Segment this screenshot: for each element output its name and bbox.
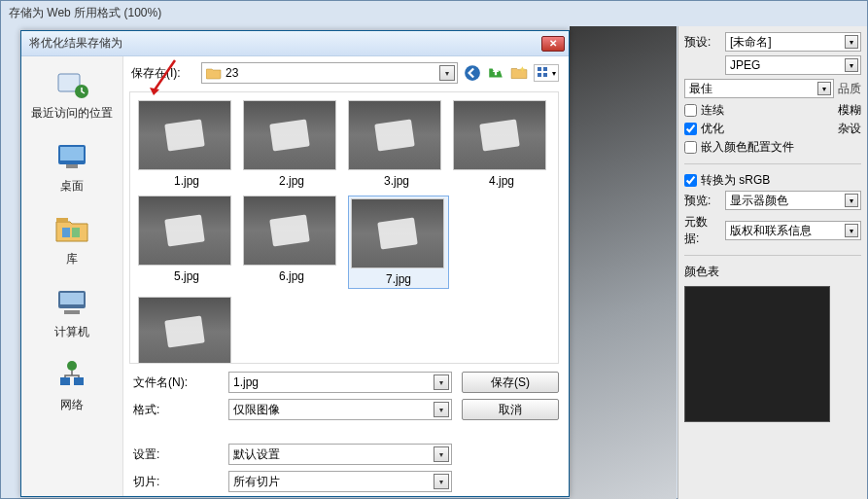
svg-rect-7 [72,228,80,237]
settings-value: 默认设置 [233,446,280,463]
chevron-down-icon[interactable]: ▾ [439,65,455,81]
svg-rect-13 [74,377,84,385]
chevron-down-icon[interactable]: ▾ [434,474,449,489]
svg-rect-6 [62,228,70,237]
svg-rect-12 [60,377,70,385]
save-in-label: 保存在(I): [129,65,195,82]
save-dialog: 将优化结果存储为 ✕ 最近访问的位置桌面库计算机网络 保存在(I): 23 ▾ [20,30,570,497]
place-network[interactable]: 网络 [28,356,116,413]
place-recent[interactable]: 最近访问的位置 [28,64,116,122]
file-thumbnail[interactable]: 2.jpg [243,100,340,188]
svg-rect-9 [60,293,84,304]
preset-combo[interactable]: [未命名] ▾ [725,32,861,52]
quality-combo[interactable]: 最佳 ▾ [684,79,834,98]
svg-rect-16 [543,67,547,71]
recent-icon [52,64,91,103]
metadata-combo[interactable]: 版权和联系信息 ▾ [725,221,861,240]
chevron-down-icon[interactable]: ▾ [434,446,449,462]
file-thumbnail[interactable]: 4.jpg [453,100,550,188]
thumbnail-image [348,100,441,170]
convert-srgb-checkbox[interactable]: 转换为 sRGB [684,172,861,189]
chevron-down-icon[interactable]: ▾ [817,82,831,95]
separator [684,163,861,164]
chevron-down-icon[interactable]: ▾ [845,35,858,49]
checkbox-icon[interactable] [684,174,697,187]
settings-combo[interactable]: 默认设置 ▾ [228,444,452,465]
file-thumbnail[interactable]: 3.jpg [348,100,445,188]
desktop-icon [52,137,91,176]
folder-toolbar: ▾ [464,64,559,82]
svg-rect-4 [66,164,78,168]
place-label: 桌面 [28,178,116,195]
filename-input[interactable]: 1.jpg ▾ [228,372,452,393]
svg-rect-3 [60,147,84,160]
folder-combo[interactable]: 23 ▾ [201,62,458,84]
place-libraries[interactable]: 库 [28,210,116,267]
format-combo-value: 仅限图像 [233,402,280,418]
blur-side-label: 模糊 [838,102,861,119]
up-icon[interactable] [487,64,504,82]
misc-side-label: 杂设 [838,121,861,137]
embed-profile-checkbox[interactable]: 嵌入颜色配置文件 [684,139,861,156]
thumbnail-image [138,196,231,266]
places-bar: 最近访问的位置桌面库计算机网络 [21,56,123,496]
file-thumbnail[interactable]: 6.jpg [243,196,340,289]
slices-label: 切片: [129,474,219,490]
file-list[interactable]: 1.jpg2.jpg3.jpg4.jpg5.jpg6.jpg7.jpg8.jpg [129,91,559,364]
libraries-icon [52,210,91,249]
view-menu-icon[interactable]: ▾ [534,64,559,82]
quality-value: 最佳 [689,81,712,97]
slices-combo[interactable]: 所有切片 ▾ [228,471,452,492]
chevron-down-icon[interactable]: ▾ [434,402,449,417]
svg-point-11 [67,361,77,371]
file-label: 5.jpg [138,269,235,283]
embed-profile-label: 嵌入颜色配置文件 [701,139,794,156]
back-icon[interactable] [464,64,481,82]
canvas-preview [570,26,677,499]
place-desktop[interactable]: 桌面 [28,137,116,195]
chevron-down-icon[interactable]: ▾ [845,224,858,237]
thumbnail-image [351,198,444,268]
checkbox-icon[interactable] [684,123,697,135]
separator [684,255,861,256]
file-label: 7.jpg [351,272,446,286]
chevron-down-icon[interactable]: ▾ [434,374,449,390]
place-label: 库 [28,251,116,267]
metadata-value: 版权和联系信息 [730,223,812,239]
file-thumbnail[interactable]: 1.jpg [138,100,235,188]
save-button[interactable]: 保存(S) [462,372,559,393]
thumbnail-image [243,196,336,266]
new-folder-icon[interactable] [510,64,528,82]
dialog-titlebar[interactable]: 将优化结果存储为 ✕ [21,31,569,56]
optimized-checkbox[interactable]: 优化 杂设 [684,121,861,137]
file-label: 6.jpg [243,269,340,283]
svg-rect-15 [538,67,541,71]
thumbnail-image [138,100,231,170]
svg-rect-5 [56,218,68,222]
options-panel: 预设: [未命名] ▾ JPEG ▾ 最佳 ▾ 品质 连续 模糊 [677,26,867,499]
progressive-checkbox[interactable]: 连续 模糊 [684,102,861,119]
thumbnail-image [453,100,546,170]
checkbox-icon[interactable] [684,141,697,154]
format-combo[interactable]: 仅限图像 ▾ [228,399,452,420]
place-computer[interactable]: 计算机 [28,283,116,340]
dialog-title: 将优化结果存储为 [29,35,541,52]
preview-combo[interactable]: 显示器颜色 ▾ [725,191,861,210]
settings-label: 设置: [129,446,219,463]
format-combo[interactable]: JPEG ▾ [725,55,861,75]
metadata-label: 元数据: [684,214,721,247]
app-window: 存储为 Web 所用格式 (100%) 预设: [未命名] ▾ JPEG ▾ 最… [0,0,868,499]
file-thumbnail[interactable]: 7.jpg [348,196,449,289]
close-button[interactable]: ✕ [541,36,565,52]
folder-name: 23 [226,66,238,80]
place-label: 计算机 [28,324,116,340]
chevron-down-icon[interactable]: ▾ [845,58,858,72]
chevron-down-icon[interactable]: ▾ [845,194,858,207]
convert-srgb-label: 转换为 sRGB [701,172,770,189]
cancel-button[interactable]: 取消 [462,399,559,420]
checkbox-icon[interactable] [684,104,697,117]
computer-icon [52,283,91,322]
file-thumbnail[interactable]: 5.jpg [138,196,235,289]
file-thumbnail[interactable]: 8.jpg [138,297,235,364]
color-table-label: 颜色表 [684,264,861,280]
